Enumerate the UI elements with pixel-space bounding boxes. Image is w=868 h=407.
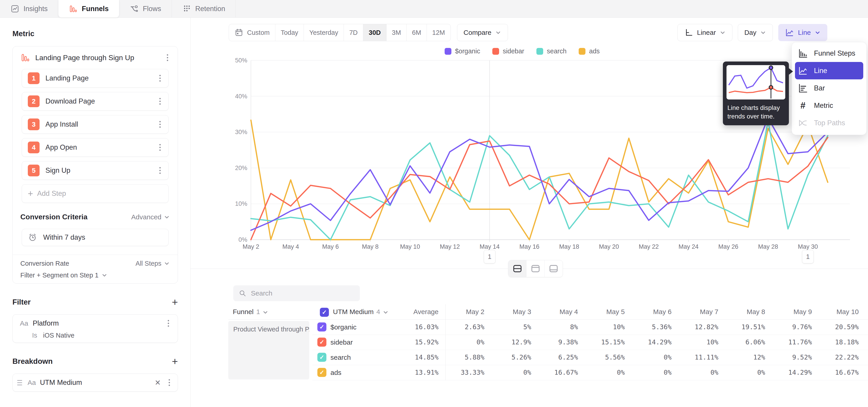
- date-column-header: May 6: [626, 304, 672, 319]
- funnel-step-4[interactable]: 4App Open: [22, 138, 168, 157]
- step-number-badge: 3: [28, 119, 39, 130]
- kebab-menu-icon[interactable]: [158, 119, 162, 130]
- svg-text:May 14: May 14: [480, 243, 500, 250]
- query-builder-sidebar: Metric Landing Page through Sign Up 1Lan…: [0, 18, 191, 407]
- chart-type-label: Line: [798, 29, 811, 36]
- add-filter-button[interactable]: +: [172, 297, 178, 307]
- menu-item-bar[interactable]: Bar: [792, 80, 866, 97]
- step-label: Sign Up: [45, 166, 152, 175]
- svg-text:May 16: May 16: [520, 243, 539, 250]
- legend-item-search[interactable]: search: [536, 48, 566, 55]
- chevron-down-icon: [164, 214, 170, 220]
- legend-item-sidebar[interactable]: sidebar: [492, 48, 524, 55]
- advanced-dropdown[interactable]: Advanced: [131, 213, 170, 221]
- series-checkbox[interactable]: ✓: [317, 353, 327, 362]
- layout-top-button[interactable]: [526, 260, 545, 277]
- axis-icon: [684, 28, 693, 37]
- table-value: 9.76%: [767, 319, 812, 335]
- table-value: 10%: [580, 319, 625, 335]
- series-checkbox[interactable]: ✓: [317, 338, 327, 347]
- select-all-checkbox[interactable]: ✓: [320, 308, 329, 317]
- date-range-30d[interactable]: 30D: [363, 24, 386, 41]
- filter-heading: Filter: [12, 298, 31, 306]
- funnel-step-1[interactable]: 1Landing Page: [22, 69, 168, 88]
- filter-card[interactable]: Aa Platform Is iOS Native: [12, 314, 178, 343]
- drag-handle-icon[interactable]: [16, 379, 24, 387]
- menu-item-metric[interactable]: #Metric: [792, 97, 866, 114]
- filter-operator[interactable]: Is: [32, 332, 37, 339]
- table-value: 11.11%: [673, 350, 718, 365]
- table-value: 5.88%: [439, 350, 485, 365]
- menu-item-label: Top Paths: [814, 119, 845, 127]
- legend-item-organic[interactable]: $organic: [445, 48, 480, 55]
- kebab-menu-icon[interactable]: [158, 165, 162, 176]
- date-range-3m[interactable]: 3M: [386, 24, 407, 41]
- compare-label: Compare: [464, 29, 491, 36]
- filter-value[interactable]: iOS Native: [43, 332, 74, 339]
- layout-bottom-button[interactable]: [545, 260, 563, 277]
- legend-label: sidebar: [503, 48, 524, 55]
- tab-retention[interactable]: Retention: [172, 0, 236, 18]
- filter-segment-label: Filter + Segment on Step 1: [20, 272, 98, 279]
- date-range-7d[interactable]: 7D: [344, 24, 363, 41]
- chevron-down-icon: [164, 260, 170, 267]
- funnel-name-cell[interactable]: Product Viewed through P...: [228, 321, 309, 379]
- chevron-down-icon: [262, 309, 269, 315]
- legend-item-ads[interactable]: ads: [579, 48, 600, 55]
- date-range-12m[interactable]: 12M: [427, 24, 450, 41]
- table-value: 0%: [580, 365, 625, 380]
- kebab-menu-icon[interactable]: [166, 318, 171, 328]
- date-range-label: 30D: [369, 29, 381, 36]
- average-value: 15.92%: [377, 335, 438, 350]
- granularity-dropdown[interactable]: Day: [738, 24, 773, 41]
- compare-button[interactable]: Compare: [457, 24, 508, 41]
- date-range-6m[interactable]: 6M: [407, 24, 427, 41]
- date-range-today[interactable]: Today: [275, 24, 304, 41]
- metric-icon: #: [798, 100, 808, 111]
- close-icon[interactable]: ×: [153, 378, 163, 387]
- menu-item-funnel-steps[interactable]: Funnel Steps: [792, 44, 866, 62]
- kebab-menu-icon[interactable]: [165, 53, 170, 63]
- date-range-custom[interactable]: Custom: [229, 24, 275, 41]
- table-value: 18.18%: [813, 335, 859, 350]
- series-name: $organic: [331, 319, 356, 335]
- svg-text:40%: 40%: [235, 93, 247, 100]
- chart-type-dropdown[interactable]: Line: [778, 24, 827, 41]
- date-column-header: May 7: [673, 304, 718, 319]
- date-column-header: May 4: [533, 304, 578, 319]
- average-value: 16.03%: [377, 319, 438, 335]
- filter-segment-dropdown[interactable]: Filter + Segment on Step 1: [20, 270, 170, 280]
- funnel-step-2[interactable]: 2Download Page: [22, 92, 168, 111]
- scale-dropdown[interactable]: Linear: [677, 24, 733, 41]
- add-step-button[interactable]: + Add Step: [22, 184, 168, 203]
- conversion-rate-steps-dropdown[interactable]: All Steps: [135, 260, 170, 267]
- table-value: 0%: [439, 335, 485, 350]
- funnel-step-3[interactable]: 3App Install: [22, 115, 168, 134]
- kebab-menu-icon[interactable]: [158, 73, 162, 84]
- date-range-control: CustomTodayYesterday7D30D3M6M12M: [229, 24, 451, 41]
- conversion-rate-value: All Steps: [135, 260, 161, 267]
- funnel-step-5[interactable]: 5Sign Up: [22, 161, 168, 180]
- breakdown-card[interactable]: Aa UTM Medium ×: [12, 374, 178, 392]
- layout-split-button[interactable]: [508, 260, 526, 277]
- tab-label: Retention: [195, 5, 225, 13]
- menu-item-line[interactable]: Line: [795, 62, 863, 80]
- series-checkbox[interactable]: ✓: [317, 322, 327, 332]
- annotation-badge[interactable]: 1: [484, 250, 495, 263]
- tab-label: Insights: [24, 5, 48, 13]
- kebab-menu-icon[interactable]: [167, 377, 172, 388]
- tab-funnels[interactable]: Funnels: [58, 0, 119, 18]
- kebab-menu-icon[interactable]: [158, 96, 162, 106]
- conversion-window-button[interactable]: Within 7 days: [22, 229, 168, 246]
- plus-icon: +: [28, 189, 33, 199]
- tab-flows[interactable]: Flows: [119, 0, 172, 18]
- kebab-menu-icon[interactable]: [158, 142, 162, 153]
- funnel-column-header[interactable]: Funnel1: [233, 304, 269, 319]
- series-checkbox[interactable]: ✓: [317, 368, 327, 377]
- add-breakdown-button[interactable]: +: [172, 356, 178, 367]
- tab-insights[interactable]: Insights: [0, 0, 58, 18]
- search-input[interactable]: [251, 289, 355, 297]
- funnel-title-row[interactable]: Landing Page through Sign Up: [13, 46, 178, 69]
- date-range-yesterday[interactable]: Yesterday: [304, 24, 344, 41]
- annotation-badge[interactable]: 1: [802, 250, 814, 263]
